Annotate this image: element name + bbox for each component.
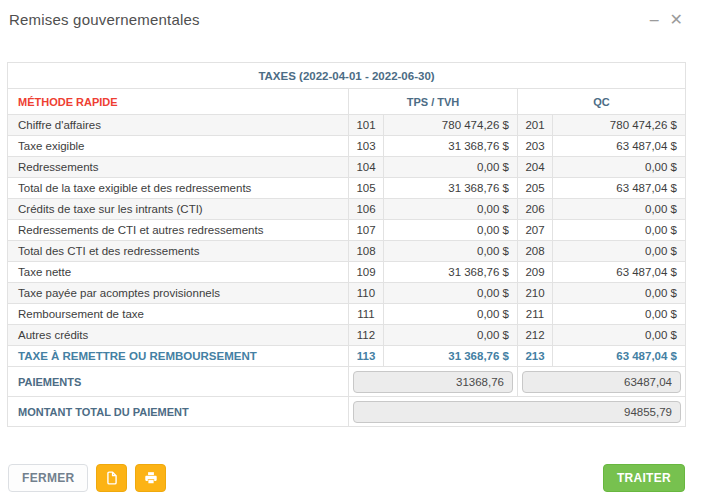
row-label: Autres crédits [8, 325, 349, 346]
row-code: 110 [349, 283, 384, 304]
row-value: 63 487,04 $ [553, 262, 686, 283]
table-row: Taxe exigible10331 368,76 $20363 487,04 … [8, 136, 686, 157]
row-code: 111 [349, 304, 384, 325]
row-value: 0,00 $ [384, 241, 518, 262]
row-label: Crédits de taxe sur les intrants (CTI) [8, 199, 349, 220]
row-label: Taxe exigible [8, 136, 349, 157]
payments-qc-cell [518, 367, 686, 397]
row-code: 210 [518, 283, 553, 304]
row-value: 63 487,04 $ [553, 136, 686, 157]
row-value: 63 487,04 $ [553, 178, 686, 199]
printer-icon [144, 471, 158, 485]
row-code: 104 [349, 157, 384, 178]
total-input[interactable] [353, 401, 681, 423]
row-value: 31 368,76 $ [384, 346, 518, 367]
row-code: 105 [349, 178, 384, 199]
row-label: Remboursement de taxe [8, 304, 349, 325]
row-label: Total des CTI et des redressements [8, 241, 349, 262]
row-value: 0,00 $ [384, 304, 518, 325]
close-icon[interactable]: ✕ [670, 11, 683, 28]
window-controls: – ✕ [650, 11, 683, 28]
payments-tps-cell [349, 367, 518, 397]
row-code: 109 [349, 262, 384, 283]
row-code: 207 [518, 220, 553, 241]
row-value: 31 368,76 $ [384, 136, 518, 157]
row-value: 0,00 $ [384, 283, 518, 304]
table-row: TAXE À REMETTRE OU REMBOURSEMENT11331 36… [8, 346, 686, 367]
minimize-icon[interactable]: – [650, 11, 659, 28]
payments-label: PAIEMENTS [8, 367, 349, 397]
column-header-row: MÉTHODE RAPIDE TPS / TVH QC [8, 89, 686, 115]
row-value: 63 487,04 $ [553, 346, 686, 367]
total-label: MONTANT TOTAL DU PAIEMENT [8, 397, 349, 427]
column-header-qc: QC [518, 89, 686, 115]
row-value: 31 368,76 $ [384, 262, 518, 283]
taxes-table: TAXES (2022-04-01 - 2022-06-30) MÉTHODE … [7, 62, 686, 427]
column-header-method: MÉTHODE RAPIDE [8, 89, 349, 115]
row-value: 0,00 $ [553, 220, 686, 241]
period-header: TAXES (2022-04-01 - 2022-06-30) [8, 63, 686, 89]
payments-qc-input[interactable] [522, 371, 681, 393]
traiter-button[interactable]: TRAITER [603, 464, 685, 492]
row-code: 108 [349, 241, 384, 262]
table-row: Chiffre d'affaires101780 474,26 $201780 … [8, 115, 686, 136]
column-header-tps-tvh: TPS / TVH [349, 89, 518, 115]
row-value: 0,00 $ [553, 283, 686, 304]
row-code: 112 [349, 325, 384, 346]
row-label: Chiffre d'affaires [8, 115, 349, 136]
taxes-table-body: Chiffre d'affaires101780 474,26 $201780 … [8, 115, 686, 367]
row-code: 212 [518, 325, 553, 346]
row-code: 213 [518, 346, 553, 367]
total-row: MONTANT TOTAL DU PAIEMENT [8, 397, 686, 427]
row-code: 106 [349, 199, 384, 220]
row-code: 206 [518, 199, 553, 220]
row-label: Taxe nette [8, 262, 349, 283]
row-label: TAXE À REMETTRE OU REMBOURSEMENT [8, 346, 349, 367]
row-code: 201 [518, 115, 553, 136]
table-row: Taxe payée par acomptes provisionnels110… [8, 283, 686, 304]
row-label: Taxe payée par acomptes provisionnels [8, 283, 349, 304]
row-code: 204 [518, 157, 553, 178]
row-code: 113 [349, 346, 384, 367]
row-value: 0,00 $ [553, 325, 686, 346]
total-cell [349, 397, 686, 427]
table-row: Redressements1040,00 $2040,00 $ [8, 157, 686, 178]
dialog-title: Remises gouvernementales [9, 11, 200, 28]
print-button[interactable] [135, 464, 166, 492]
table-row: Autres crédits1120,00 $2120,00 $ [8, 325, 686, 346]
fermer-button[interactable]: FERMER [8, 464, 88, 492]
row-value: 0,00 $ [553, 199, 686, 220]
row-code: 205 [518, 178, 553, 199]
row-label: Total de la taxe exigible et des redress… [8, 178, 349, 199]
table-row: Total des CTI et des redressements1080,0… [8, 241, 686, 262]
row-value: 0,00 $ [553, 157, 686, 178]
row-code: 101 [349, 115, 384, 136]
row-value: 0,00 $ [384, 199, 518, 220]
row-value: 0,00 $ [384, 325, 518, 346]
table-row: Redressements de CTI et autres redressem… [8, 220, 686, 241]
row-code: 209 [518, 262, 553, 283]
payments-tps-input[interactable] [353, 371, 513, 393]
row-label: Redressements de CTI et autres redressem… [8, 220, 349, 241]
footer-toolbar: FERMER TRAITER [8, 464, 685, 492]
document-button[interactable] [96, 464, 127, 492]
period-header-row: TAXES (2022-04-01 - 2022-06-30) [8, 63, 686, 89]
row-code: 107 [349, 220, 384, 241]
row-code: 211 [518, 304, 553, 325]
table-row: Crédits de taxe sur les intrants (CTI)10… [8, 199, 686, 220]
row-code: 208 [518, 241, 553, 262]
table-row: Taxe nette10931 368,76 $20963 487,04 $ [8, 262, 686, 283]
row-value: 0,00 $ [384, 157, 518, 178]
row-value: 0,00 $ [553, 241, 686, 262]
row-value: 31 368,76 $ [384, 178, 518, 199]
table-row: Total de la taxe exigible et des redress… [8, 178, 686, 199]
file-icon [105, 471, 119, 485]
row-value: 0,00 $ [384, 220, 518, 241]
row-value: 780 474,26 $ [553, 115, 686, 136]
row-value: 780 474,26 $ [384, 115, 518, 136]
row-code: 203 [518, 136, 553, 157]
row-code: 103 [349, 136, 384, 157]
row-value: 0,00 $ [553, 304, 686, 325]
row-label: Redressements [8, 157, 349, 178]
table-row: Remboursement de taxe1110,00 $2110,00 $ [8, 304, 686, 325]
